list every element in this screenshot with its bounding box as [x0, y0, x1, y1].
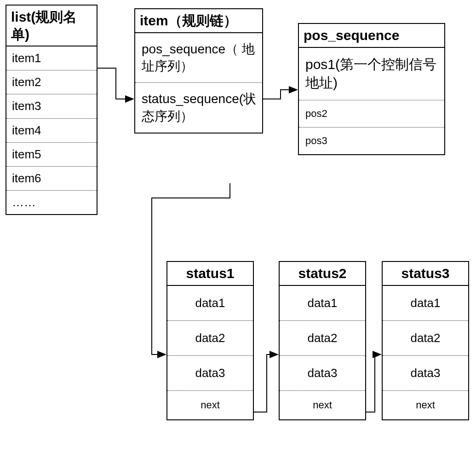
list-box: list(规则名单) item1 item2 item3 item4 item5…: [6, 5, 97, 215]
status-row: data3: [167, 356, 253, 391]
list-box-title: list(规则名单): [6, 6, 97, 46]
list-row: ……: [6, 191, 97, 214]
status-row-next: next: [167, 391, 253, 419]
status-row: data3: [383, 356, 468, 391]
list-row: item5: [6, 143, 97, 167]
list-row: item6: [6, 167, 97, 191]
pos-row: pos3: [299, 128, 444, 154]
arrow-status2-to-status3: [366, 354, 381, 412]
item-row-pos-sequence: pos_sequence（ 地址序列）: [135, 33, 262, 83]
status-row: data2: [280, 321, 365, 356]
status-row: data1: [280, 286, 365, 321]
list-row: item2: [6, 70, 97, 94]
pos-row-first: pos1(第一个控制信号地址): [299, 48, 444, 100]
item-row-status-sequence: status_sequence(状态序列）: [135, 83, 262, 133]
pos-sequence-title: pos_sequence: [299, 24, 444, 48]
status3-box: status3 data1 data2 data3 next: [382, 261, 469, 420]
status-row: data2: [383, 321, 468, 356]
status-row-next: next: [280, 391, 365, 419]
status2-box: status2 data1 data2 data3 next: [279, 261, 366, 420]
list-row: item3: [6, 94, 97, 118]
diagram-canvas: list(规则名单) item1 item2 item3 item4 item5…: [0, 0, 476, 459]
status-row: data1: [167, 286, 253, 321]
status-row: data3: [280, 356, 365, 391]
status2-title: status2: [280, 262, 365, 286]
arrow-status1-to-status2: [254, 354, 278, 412]
list-row: item4: [6, 119, 97, 143]
arrow-item-to-pos: [263, 90, 297, 99]
item-box-title: item（规则链）: [135, 9, 262, 33]
status-row-next: next: [383, 391, 468, 419]
pos-row: pos2: [299, 100, 444, 128]
status-row: data2: [167, 321, 253, 356]
pos-sequence-box: pos_sequence pos1(第一个控制信号地址) pos2 pos3: [298, 23, 445, 155]
status-row: data1: [383, 286, 468, 321]
list-row: item1: [6, 46, 97, 70]
item-box: item（规则链） pos_sequence（ 地址序列） status_seq…: [134, 8, 263, 134]
status1-box: status1 data1 data2 data3 next: [166, 261, 254, 420]
status3-title: status3: [383, 262, 468, 286]
arrow-list-to-item: [97, 68, 133, 99]
status1-title: status1: [167, 262, 253, 286]
